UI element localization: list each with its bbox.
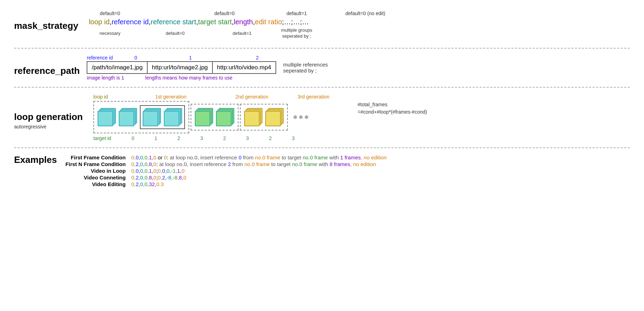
loop-top-labels: loop id 1st generation 2nd generation 3r… <box>93 94 343 100</box>
ex4-p0: 0, <box>131 174 136 180</box>
divider-2 <box>14 87 630 88</box>
divider-3 <box>14 147 630 148</box>
ex2-desc8: 8 frames <box>330 161 350 167</box>
ex4-p9: -8, <box>173 174 179 180</box>
ex-value-5: 0,2,0,0,32,0.3 <box>131 181 387 187</box>
frame-g3-0 <box>244 108 262 126</box>
label-necessary: necessary <box>89 31 131 36</box>
ex4-p1: 2, <box>136 174 140 180</box>
frame-card-g31-front <box>265 111 281 126</box>
dot-1 <box>293 115 297 119</box>
tid-3c: 3 <box>282 135 305 141</box>
ex5-p2: 0, <box>140 181 145 187</box>
examples-grid: First Frame Condition 0,0,0,0,1,0 or 0: … <box>66 154 387 187</box>
ref-content: reference id 0 1 2 /path/to/image1.jpg h… <box>87 55 328 81</box>
tid-2c: 2 <box>259 135 282 141</box>
ex4-p3: 0, <box>144 174 149 180</box>
ex-label-5: Video Editing <box>66 181 126 187</box>
ex4-p2: 0, <box>140 174 145 180</box>
ref-header: reference_path reference id 0 1 2 /path/… <box>14 55 630 81</box>
frame-g2-1 <box>216 108 234 126</box>
ex3-p6: 0, <box>158 168 162 174</box>
ex1-desc5: to target <box>280 154 303 160</box>
label-default1: default=1 <box>219 31 265 36</box>
ex-value-1: 0,0,0,0,1,0 or 0: at loop no.0, insert r… <box>131 154 387 160</box>
ex2-p2: 0, <box>140 161 145 167</box>
label-default0: default=0 <box>131 31 219 36</box>
default-loop: default=0 <box>89 11 131 16</box>
ex2-colon: : <box>156 161 159 167</box>
ex3-p9: -1, <box>171 168 177 174</box>
ex-value-4: 0,2,0,0,8,0;0,2,-8,-8,8,0 <box>131 174 387 180</box>
field-length: length <box>234 18 253 26</box>
ex1-desc9: , no edition <box>361 154 386 160</box>
tid-1: 1 <box>144 135 167 141</box>
ex5-p3: 0, <box>144 181 149 187</box>
tid-3b: 3 <box>236 135 259 141</box>
outer-dashed-box <box>93 101 189 133</box>
ref-id-label: reference id <box>87 55 113 61</box>
ex4-p6: 0, <box>158 174 162 180</box>
frame-card-g30-front <box>244 111 260 126</box>
ex4-p4: 8, <box>149 174 154 180</box>
ex4-p7: 2, <box>162 174 167 180</box>
frame-g3-1 <box>265 108 284 126</box>
ex1-or: or <box>156 154 164 160</box>
frame-card-3-front <box>164 111 179 126</box>
mask-header: mask_strategy default=0 default=0 defaul… <box>14 11 630 39</box>
ex1-desc3: from <box>241 154 255 160</box>
target-id-row: target id 0 1 2 3 2 3 2 3 <box>93 135 343 141</box>
field-refstart: reference start <box>151 18 196 26</box>
ex1-short: 0 <box>164 154 167 160</box>
divider-1 <box>14 48 630 49</box>
ex2-p0: 0, <box>131 161 136 167</box>
ref-box: /path/to/image1.jpg http:url/to/image2.j… <box>87 61 276 74</box>
loop-id-toplabel: loop id <box>93 94 122 100</box>
gen3-dashed-box <box>240 104 288 131</box>
tid-2a: 2 <box>167 135 190 141</box>
inner-solid-box-1 <box>140 105 185 129</box>
gen2-dashed-box <box>191 104 239 131</box>
dot-2 <box>299 115 303 119</box>
field-targetstart: target start <box>198 18 232 26</box>
frame-0 <box>98 108 116 126</box>
ref-id-2: 2 <box>225 55 289 61</box>
ref-ids-row: reference id 0 1 2 <box>87 55 328 61</box>
ex3-p10: 1, <box>177 168 182 174</box>
loop-subtitle: autoregressive <box>14 124 47 129</box>
gen1-label: 1st generation <box>122 94 220 100</box>
mask-title: mask_strategy <box>14 20 78 31</box>
default-refstart: default=0 <box>194 11 254 16</box>
loop-right-note: #total_frames=#cond+#loop*(#frames-#cond… <box>358 101 427 116</box>
loop-diagram-col: loop id 1st generation 2nd generation 3r… <box>90 94 343 141</box>
ex1-p2: 0, <box>140 154 145 160</box>
ex-value-2: 0,2,0,0,8,0: at loop no.0, insert refere… <box>131 161 387 167</box>
ex2-desc9: , no edition <box>350 161 376 167</box>
ex2-desc1: at loop no.0, insert reference <box>159 161 228 167</box>
tid-2b: 2 <box>213 135 236 141</box>
field-editratio: edit ratio <box>255 18 282 26</box>
ex3-p8: 0, <box>167 168 171 174</box>
ex2-desc5: to target <box>270 161 292 167</box>
default-edit: default=0 (no edit) <box>328 11 402 16</box>
ex3-p7: 0, <box>162 168 167 174</box>
ex1-desc1: at loop no.0, insert reference <box>170 154 239 160</box>
ex3-p3: 0, <box>144 168 149 174</box>
section-examples: Examples First Frame Condition 0,0,0,0,1… <box>14 151 630 191</box>
mask-fields: default=0 default=0 default=1 default=0 … <box>85 11 402 39</box>
ex1-desc8: 1 frames <box>340 154 361 160</box>
section-ref: reference_path reference id 0 1 2 /path/… <box>14 51 630 84</box>
ex-value-3: 0,0,0,0,1,0;0,0,0,-1,1,0 <box>131 168 387 174</box>
ex-label-1: First Frame Condition <box>66 154 126 160</box>
ex1-p5: 0 <box>153 154 156 160</box>
loop-title: loop generation <box>14 112 83 122</box>
ref-title: reference_path <box>14 65 80 76</box>
ex4-p8: -8, <box>167 174 173 180</box>
loop-title-col: loop generation autoregressive <box>14 112 83 129</box>
ref-id-0: 0 <box>116 55 155 61</box>
section-loop: loop generation autoregressive loop id 1… <box>14 90 630 145</box>
ref-multiple-note: multiple referencesseperated by ; <box>283 62 328 74</box>
ex2-p4: 8, <box>149 161 154 167</box>
ex4-p5: 0 <box>153 174 156 180</box>
frames-area <box>93 101 343 133</box>
